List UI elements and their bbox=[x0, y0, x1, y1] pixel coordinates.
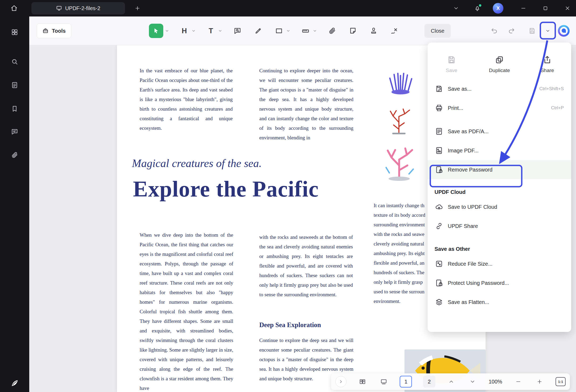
minus-icon bbox=[515, 379, 521, 385]
left-sidebar bbox=[0, 16, 29, 392]
menu-item-label: UPDF Share bbox=[448, 223, 564, 229]
tabs-dropdown-button[interactable] bbox=[450, 0, 462, 16]
pen-tool-button[interactable] bbox=[253, 25, 264, 36]
tab-title: UPDF-2-files-2 bbox=[65, 5, 100, 11]
text-glyph: T bbox=[209, 27, 213, 35]
close-tools-button[interactable]: Close bbox=[424, 24, 451, 38]
attachment-tool-button[interactable] bbox=[327, 25, 338, 36]
tools-button[interactable]: Tools bbox=[37, 23, 71, 38]
document-tab[interactable]: UPDF-2-files-2 bbox=[31, 2, 125, 14]
maximize-icon bbox=[543, 6, 548, 11]
sidebar-item-updf-logo[interactable] bbox=[10, 378, 20, 388]
close-label: Close bbox=[431, 28, 444, 34]
pdfa-icon bbox=[435, 127, 444, 136]
stamp-tool-button[interactable] bbox=[368, 25, 379, 36]
menu-item-reduce-file-size[interactable]: Reduce File Size... bbox=[428, 254, 571, 273]
actual-size-button[interactable]: 1:1 bbox=[556, 377, 566, 386]
reading-mode-button[interactable] bbox=[357, 377, 368, 387]
search-icon bbox=[11, 58, 18, 65]
grid-icon bbox=[11, 28, 18, 36]
undo-button[interactable] bbox=[489, 25, 500, 36]
zoom-level[interactable]: 100% bbox=[489, 379, 502, 385]
heading-glyph: H bbox=[182, 27, 187, 35]
undo-icon bbox=[491, 27, 498, 35]
edit-tool-chevron-icon[interactable] bbox=[191, 29, 196, 33]
select-tool-button[interactable] bbox=[149, 24, 163, 38]
text-tool-button[interactable]: T bbox=[205, 25, 216, 36]
anemone-image bbox=[385, 68, 416, 95]
text-tool-chevron-icon[interactable] bbox=[218, 29, 222, 33]
main-toolbar: Tools H T bbox=[29, 16, 576, 45]
previous-page-button[interactable] bbox=[446, 377, 456, 387]
ai-assistant-button[interactable] bbox=[558, 25, 570, 37]
protect-password-icon bbox=[435, 278, 444, 287]
sidebar-item-search[interactable] bbox=[10, 57, 20, 67]
minimize-icon bbox=[520, 5, 526, 11]
stamp-icon bbox=[370, 27, 378, 35]
minimize-button[interactable] bbox=[517, 0, 529, 16]
menu-item-shortcut: Ctrl+P bbox=[551, 105, 564, 111]
menu-item-label: Protect Using Password... bbox=[448, 280, 564, 286]
menu-item-save-as-flatten[interactable]: Save as Flatten... bbox=[428, 293, 571, 312]
menu-item-protect-using-password[interactable]: Protect Using Password... bbox=[428, 273, 571, 293]
home-button[interactable] bbox=[6, 0, 22, 16]
menu-item-save-as-pdfa[interactable]: Save as PDF/A... bbox=[428, 122, 571, 141]
doc-heading-2: Deep Sea Exploration bbox=[259, 321, 321, 329]
menu-item-print[interactable]: Print... Ctrl+P bbox=[428, 98, 571, 118]
menu-item-updf-share[interactable]: UPDF Share bbox=[428, 216, 571, 236]
save-options-chevron-button[interactable] bbox=[544, 25, 552, 36]
paperclip-icon bbox=[11, 151, 18, 159]
shape-tool-button[interactable] bbox=[273, 25, 285, 36]
tile-label: Share bbox=[541, 68, 554, 73]
shape-tool-chevron-icon[interactable] bbox=[286, 29, 290, 33]
select-tool-chevron-icon[interactable] bbox=[165, 29, 169, 33]
reduce-file-size-icon bbox=[435, 259, 444, 268]
menu-item-save-as[interactable]: Save as... Ctrl+Shift+S bbox=[428, 79, 571, 98]
share-icon bbox=[543, 55, 552, 64]
doc-paragraph-2: Continuing to explore deeper into the oc… bbox=[259, 66, 353, 143]
sidebar-item-pages[interactable] bbox=[10, 80, 20, 90]
comment-icon bbox=[11, 128, 18, 135]
notifications-button[interactable] bbox=[471, 0, 483, 16]
menu-save-tile[interactable]: Save bbox=[428, 49, 475, 79]
sticker-tool-button[interactable] bbox=[347, 25, 358, 36]
remove-password-icon bbox=[435, 165, 444, 174]
new-tab-button[interactable] bbox=[131, 0, 144, 16]
slideshow-icon bbox=[380, 378, 387, 385]
sidebar-item-comments[interactable] bbox=[10, 127, 20, 137]
menu-header-updf-cloud: UPDF Cloud bbox=[428, 185, 571, 197]
page-number-current[interactable]: 1 bbox=[400, 376, 412, 387]
account-avatar[interactable]: X bbox=[492, 0, 504, 16]
save-options-menu: Save Duplicate Share Save as... Ctrl+Shi… bbox=[428, 43, 571, 332]
toolbox-icon bbox=[42, 28, 49, 34]
doc-paragraph-4: with the rocks and seaweeds at the botto… bbox=[259, 232, 353, 299]
measure-tool-button[interactable] bbox=[300, 25, 311, 36]
collapse-bar-button[interactable] bbox=[335, 376, 347, 387]
print-icon bbox=[435, 103, 444, 112]
menu-item-image-pdf[interactable]: Image PDF... bbox=[428, 141, 571, 160]
zoom-out-button[interactable] bbox=[513, 377, 523, 387]
menu-item-remove-password[interactable]: Remove Password bbox=[428, 160, 571, 179]
next-page-button[interactable] bbox=[468, 377, 478, 387]
sidebar-item-attachments[interactable] bbox=[10, 150, 20, 160]
close-window-button[interactable] bbox=[562, 0, 573, 16]
zoom-in-button[interactable] bbox=[535, 377, 545, 387]
maximize-button[interactable] bbox=[540, 0, 551, 16]
pen-icon bbox=[254, 27, 262, 35]
menu-item-save-to-updf-cloud[interactable]: Save to UPDF Cloud bbox=[428, 197, 571, 216]
measure-tool-chevron-icon[interactable] bbox=[313, 29, 317, 33]
page-number-next[interactable]: 2 bbox=[423, 376, 435, 387]
menu-share-tile[interactable]: Share bbox=[523, 49, 571, 79]
redo-icon bbox=[508, 27, 515, 35]
edit-text-tool-button[interactable]: H bbox=[179, 25, 190, 36]
comment-search-tool-button[interactable] bbox=[232, 25, 243, 36]
menu-duplicate-tile[interactable]: Duplicate bbox=[475, 49, 523, 79]
doc-title: Explore the Pacific bbox=[133, 176, 319, 202]
presentation-mode-button[interactable] bbox=[379, 377, 389, 387]
redo-button[interactable] bbox=[506, 25, 517, 36]
sidebar-item-bookmarks[interactable] bbox=[10, 104, 20, 114]
menu-item-label: Save as... bbox=[448, 86, 535, 92]
sidebar-item-apps[interactable] bbox=[10, 27, 20, 37]
signature-tool-button[interactable] bbox=[389, 25, 400, 36]
save-button[interactable] bbox=[527, 25, 538, 36]
